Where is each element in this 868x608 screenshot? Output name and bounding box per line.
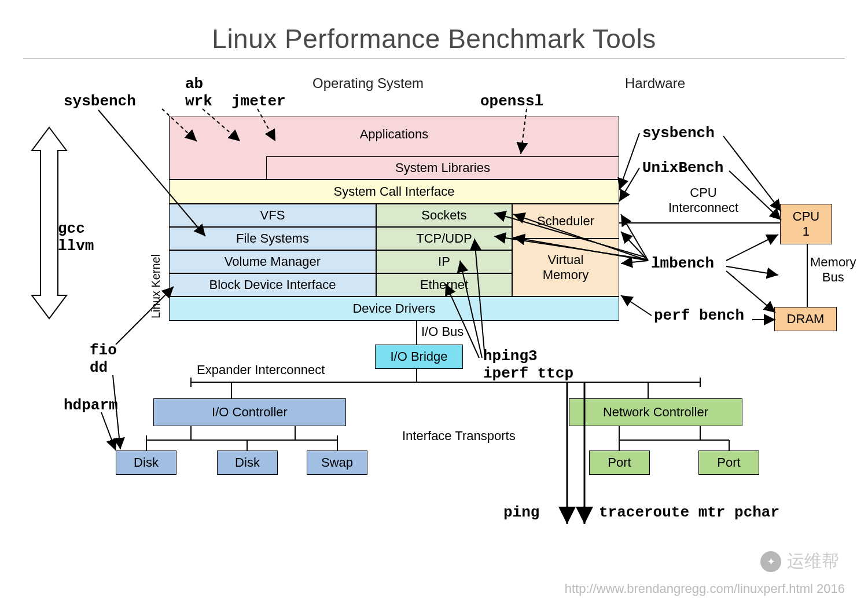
block-block-device-interface: Block Device Interface <box>169 273 376 296</box>
tool-unixbench: UnixBench <box>642 159 723 177</box>
label-interface-transports: Interface Transports <box>402 428 516 444</box>
block-tcp-udp: TCP/UDP <box>376 227 512 250</box>
block-vfs: VFS <box>169 204 376 227</box>
wechat-icon: ✦ <box>760 551 781 572</box>
block-io-bridge: I/O Bridge <box>375 345 463 369</box>
tool-fio: fio <box>90 342 117 359</box>
block-swap: Swap <box>307 450 367 475</box>
section-os: Operating System <box>312 75 424 91</box>
block-port-1: Port <box>589 450 650 475</box>
label-expander-interconnect: Expander Interconnect <box>197 362 325 378</box>
block-device-drivers: Device Drivers <box>169 296 619 321</box>
block-ip: IP <box>376 250 512 273</box>
tool-sysbench-2: sysbench <box>642 124 715 142</box>
block-port-2: Port <box>698 450 759 475</box>
block-cpu-1: CPU 1 <box>780 204 832 244</box>
block-sockets: Sockets <box>376 204 512 227</box>
block-volume-manager: Volume Manager <box>169 250 376 273</box>
block-system-libraries: System Libraries <box>266 156 619 180</box>
section-hardware: Hardware <box>625 75 685 91</box>
title-divider <box>23 58 845 58</box>
tool-ab: ab <box>185 75 203 93</box>
block-network-controller: Network Controller <box>569 398 742 426</box>
label-io-bus: I/O Bus <box>421 324 464 339</box>
block-virtual-memory: Virtual Memory <box>512 239 619 296</box>
label-memory-bus: Memory Bus <box>810 255 856 285</box>
label-linux-kernel: Linux Kernel <box>149 208 163 318</box>
tool-gcc: gcc <box>58 220 85 237</box>
tool-hping3: hping3 <box>483 347 538 365</box>
page-title: Linux Performance Benchmark Tools <box>0 23 868 54</box>
block-ethernet: Ethernet <box>376 273 512 296</box>
tool-sysbench: sysbench <box>64 93 136 110</box>
tool-perfbench: perf bench <box>654 307 744 324</box>
tool-lmbench: lmbench <box>651 255 714 272</box>
block-disk-2: Disk <box>217 450 278 475</box>
block-disk-1: Disk <box>116 450 176 475</box>
watermark-text: 运维帮 <box>787 550 839 573</box>
tool-wrk: wrk <box>185 93 212 110</box>
watermark: ✦ 运维帮 <box>760 550 839 573</box>
block-syscall-interface: System Call Interface <box>169 180 619 204</box>
tool-ping: ping <box>503 504 539 521</box>
tool-iperf-ttcp: iperf ttcp <box>483 365 573 382</box>
block-file-systems: File Systems <box>169 227 376 250</box>
block-scheduler: Scheduler <box>512 204 619 239</box>
tool-llvm: llvm <box>58 237 94 255</box>
block-dram: DRAM <box>774 307 837 331</box>
tool-traceroute: traceroute mtr pchar <box>599 504 779 521</box>
label-cpu-interconnect: CPU Interconnect <box>668 185 738 215</box>
tool-hdparm: hdparm <box>64 397 118 414</box>
block-io-controller: I/O Controller <box>153 398 346 426</box>
tool-dd: dd <box>90 359 108 376</box>
tool-jmeter: jmeter <box>231 93 286 110</box>
footer-url: http://www.brendangregg.com/linuxperf.ht… <box>565 581 845 596</box>
tool-openssl: openssl <box>480 93 543 110</box>
